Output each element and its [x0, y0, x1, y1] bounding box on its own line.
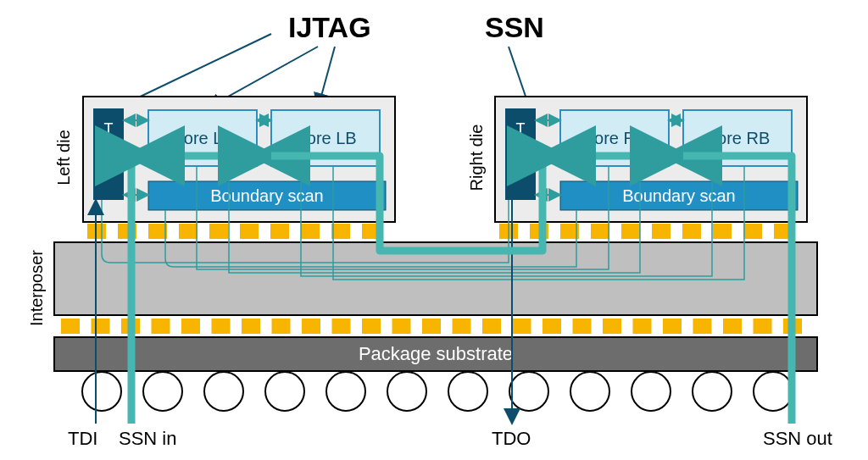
label-ssn-in: SSN in [119, 428, 176, 449]
label-ssn: SSN [485, 11, 544, 43]
svg-text:P: P [103, 158, 114, 175]
core-ra-label: Core RA [582, 129, 648, 147]
right-die-label: Right die [467, 125, 486, 191]
label-tdi: TDI [68, 428, 97, 449]
svg-rect-40 [242, 319, 260, 334]
svg-point-69 [693, 372, 732, 411]
svg-rect-30 [682, 224, 701, 239]
package-substrate-label: Package substrate [359, 343, 513, 364]
svg-text:P: P [515, 158, 526, 175]
svg-rect-42 [302, 319, 320, 334]
svg-point-68 [632, 372, 670, 411]
svg-rect-29 [652, 224, 670, 239]
svg-rect-49 [513, 319, 531, 334]
interposer-label: Interposer [27, 250, 46, 326]
svg-point-62 [265, 372, 304, 411]
svg-rect-22 [331, 224, 350, 239]
svg-rect-47 [453, 319, 471, 334]
core-rb-label: Core RB [705, 129, 771, 147]
core-la-label: Core LA [171, 129, 234, 147]
svg-point-63 [326, 372, 365, 411]
svg-point-66 [509, 372, 548, 411]
svg-rect-46 [422, 319, 441, 334]
svg-rect-18 [209, 224, 228, 239]
core-lb-label: Core LB [294, 129, 356, 147]
svg-rect-53 [633, 319, 652, 334]
svg-rect-19 [240, 224, 259, 239]
svg-point-60 [143, 372, 182, 411]
svg-text:A: A [103, 139, 114, 156]
diagram-root: IJTAG SSN T A P Core LA Core LB Boundary… [0, 0, 868, 460]
svg-rect-37 [152, 319, 170, 334]
svg-rect-27 [591, 224, 609, 239]
svg-rect-43 [332, 319, 351, 334]
svg-rect-39 [212, 319, 231, 334]
svg-rect-20 [270, 224, 289, 239]
svg-rect-41 [272, 319, 291, 334]
svg-text:T: T [104, 120, 114, 137]
svg-rect-31 [713, 224, 732, 239]
left-bscan-label: Boundary scan [210, 186, 323, 205]
balls [82, 372, 793, 411]
svg-point-61 [204, 372, 243, 411]
svg-rect-50 [542, 319, 561, 334]
svg-rect-34 [61, 319, 80, 334]
svg-rect-16 [148, 224, 167, 239]
svg-point-64 [387, 372, 426, 411]
svg-rect-48 [482, 319, 501, 334]
svg-rect-17 [179, 224, 198, 239]
svg-rect-35 [92, 319, 110, 334]
svg-text:T: T [516, 120, 526, 137]
svg-rect-52 [603, 319, 621, 334]
svg-rect-56 [723, 319, 742, 334]
svg-rect-44 [362, 319, 381, 334]
svg-rect-54 [663, 319, 682, 334]
svg-rect-57 [754, 319, 772, 334]
label-ssn-out: SSN out [763, 428, 832, 449]
svg-point-59 [82, 372, 121, 411]
svg-point-65 [448, 372, 487, 411]
svg-rect-21 [301, 224, 320, 239]
svg-point-70 [754, 372, 793, 411]
label-ijtag: IJTAG [288, 11, 371, 43]
svg-rect-55 [693, 319, 712, 334]
bottom-bumps [61, 319, 802, 334]
label-tdo: TDO [492, 428, 531, 449]
svg-point-67 [570, 372, 609, 411]
svg-rect-28 [621, 224, 640, 239]
left-die-label: Left die [54, 130, 73, 186]
svg-rect-51 [573, 319, 592, 334]
svg-rect-45 [392, 319, 411, 334]
svg-rect-38 [181, 319, 200, 334]
svg-text:A: A [515, 139, 526, 156]
svg-rect-32 [743, 224, 762, 239]
